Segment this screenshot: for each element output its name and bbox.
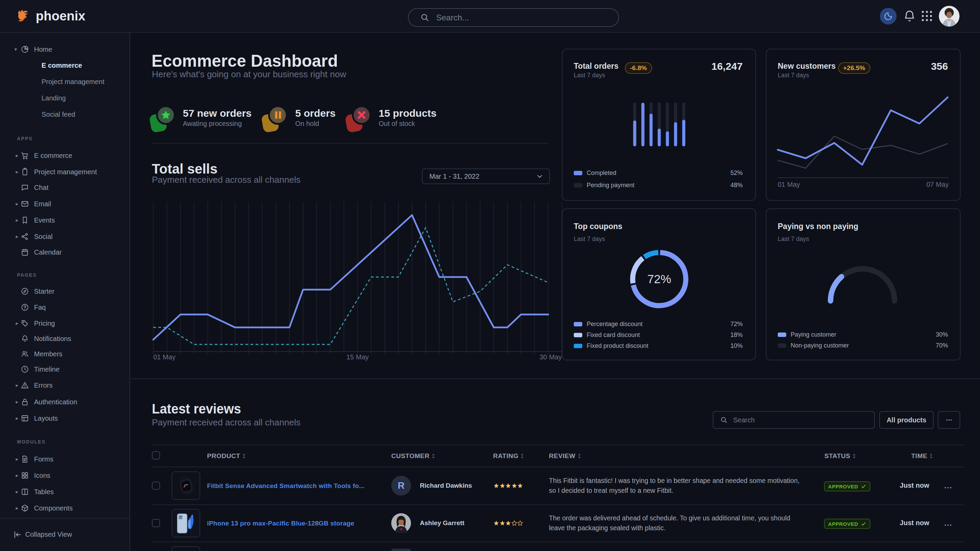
svg-text:15 May: 15 May [346,353,369,361]
svg-text:72%: 72% [648,272,671,286]
svg-text:30 May: 30 May [539,353,562,361]
svg-text:07 May: 07 May [926,181,949,188]
svg-text:01 May: 01 May [778,181,800,188]
svg-text:01 May: 01 May [153,353,176,361]
